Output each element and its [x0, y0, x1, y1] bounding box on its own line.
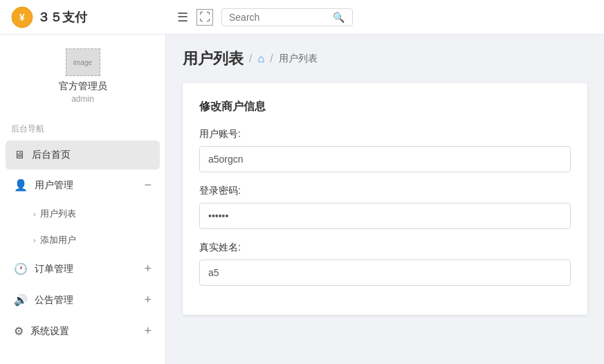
logo-text: ３５支付 [37, 9, 87, 26]
form-title: 修改商户信息 [199, 100, 571, 114]
chevron-right-icon-2: › [33, 236, 36, 244]
add-user-label: 添加用户 [40, 234, 76, 246]
header-controls: ☰ ⛶ 🔍 [177, 8, 593, 26]
breadcrumb: 用户列表 / ⌂ / 用户列表 [183, 48, 587, 69]
layout: image 官方管理员 admin 后台导航 🖥 后台首页 👤 用户管理 − [0, 35, 604, 364]
search-icon[interactable]: 🔍 [333, 12, 345, 23]
search-input[interactable] [229, 12, 333, 23]
form-label-username: 用户账号: [199, 128, 571, 140]
form-field-username: 用户账号: [199, 128, 571, 172]
sidebar-nav: 🖥 后台首页 👤 用户管理 − › 用户列表 › 添加用户 [0, 140, 165, 347]
breadcrumb-separator-2: / [270, 53, 273, 65]
breadcrumb-separator: / [249, 53, 252, 65]
sidebar-item-user-list[interactable]: › 用户列表 [0, 201, 165, 227]
sidebar-item-order-management[interactable]: 🕐 订单管理 + [0, 253, 165, 284]
system-settings-label: 系统设置 [30, 325, 69, 338]
user-list-label: 用户列表 [40, 208, 76, 220]
sidebar-item-dashboard[interactable]: 🖥 后台首页 [6, 140, 160, 170]
order-management-toggle-icon[interactable]: + [144, 262, 152, 276]
logo-icon: ¥ [11, 6, 33, 28]
header: ¥ ３５支付 ☰ ⛶ 🔍 [0, 0, 604, 35]
dashboard-icon: 🖥 [14, 149, 25, 161]
sidebar-role: admin [71, 94, 94, 104]
sidebar-item-system-settings[interactable]: ⚙ 系统设置 + [0, 316, 165, 347]
username-input[interactable] [199, 146, 571, 172]
sidebar-item-user-management[interactable]: 👤 用户管理 − [0, 170, 165, 201]
system-settings-icon: ⚙ [14, 325, 24, 338]
order-management-label: 订单管理 [35, 263, 73, 275]
breadcrumb-current: 用户列表 [279, 53, 318, 65]
password-input[interactable] [199, 203, 571, 229]
realname-input[interactable] [199, 260, 571, 286]
user-management-icon: 👤 [14, 179, 28, 192]
sidebar-item-announcement[interactable]: 🔊 公告管理 + [0, 284, 165, 316]
hamburger-icon[interactable]: ☰ [177, 10, 188, 25]
form-label-realname: 真实姓名: [199, 242, 571, 254]
form-card: 修改商户信息 用户账号: 登录密码: 真实姓名: [183, 83, 587, 315]
search-bar: 🔍 [221, 8, 353, 26]
form-label-password: 登录密码: [199, 185, 571, 197]
logo: ¥ ３５支付 [11, 6, 177, 28]
announcement-icon: 🔊 [14, 293, 28, 307]
avatar: image [66, 48, 100, 76]
user-management-label: 用户管理 [35, 179, 73, 192]
sidebar-user: image 官方管理员 admin [59, 48, 107, 104]
announcement-label: 公告管理 [35, 294, 73, 307]
form-field-realname: 真实姓名: [199, 242, 571, 286]
avatar-text: image [73, 59, 92, 66]
order-management-icon: 🕐 [14, 262, 28, 275]
breadcrumb-home-icon[interactable]: ⌂ [257, 53, 264, 65]
page-title: 用户列表 [183, 48, 244, 69]
sidebar-username: 官方管理员 [59, 80, 107, 93]
dashboard-label: 后台首页 [32, 149, 71, 161]
main-content: 用户列表 / ⌂ / 用户列表 修改商户信息 用户账号: 登录密码: 真实姓名: [166, 35, 604, 364]
svg-text:¥: ¥ [19, 12, 25, 23]
expand-icon[interactable]: ⛶ [196, 9, 213, 26]
sidebar-item-add-user[interactable]: › 添加用户 [0, 227, 165, 253]
sidebar-nav-title: 后台导航 [0, 118, 165, 140]
chevron-right-icon: › [33, 210, 36, 218]
system-settings-toggle-icon[interactable]: + [144, 324, 152, 338]
announcement-toggle-icon[interactable]: + [144, 293, 152, 307]
form-field-password: 登录密码: [199, 185, 571, 229]
sidebar: image 官方管理员 admin 后台导航 🖥 后台首页 👤 用户管理 − [0, 35, 166, 364]
user-management-toggle-icon[interactable]: − [144, 178, 152, 192]
